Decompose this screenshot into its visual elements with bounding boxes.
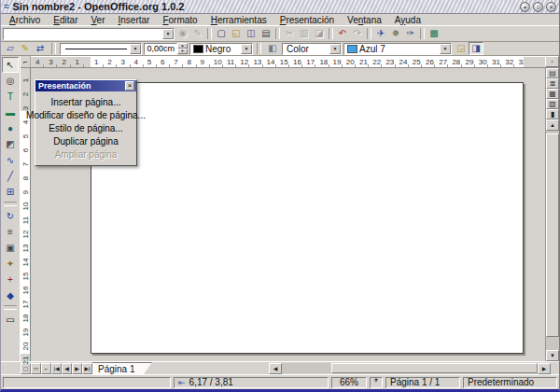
navigator-button[interactable]: ✈ [373,27,388,40]
ruler-number: 1 [22,77,30,85]
vertical-scrollbar[interactable] [546,131,559,350]
drawing-view-button[interactable]: ▤ [546,68,559,78]
ruler-number: 28 [452,59,460,66]
status-style-cell[interactable]: Predeterminado [463,377,557,388]
menu-ver[interactable]: Ver [84,14,111,26]
zoom-tool-button[interactable]: ◎ [2,73,19,89]
rectangle-tool-button[interactable]: ▬ [2,105,19,120]
url-combobox[interactable]: ▼ [3,28,175,40]
draw-functions-button[interactable]: ✑ [403,27,418,40]
page-tab[interactable]: Página 1 [92,362,152,374]
area-dialog-button[interactable]: ◧ [265,42,280,55]
page-style-item[interactable]: Estilo de página... [35,121,136,134]
hscroll-right-button[interactable]: ▶ [538,363,551,374]
maximize-button[interactable]: ○ [533,2,543,12]
arrange-tool-button[interactable]: ▣ [2,240,19,256]
line-color-dropdown-button[interactable]: ▼ [241,44,252,54]
last-page-button[interactable]: ▶| [82,363,92,374]
page-tab-bar: ▢▭⌐|◀◀▶▶| Página 1 ◀ ▶ [1,361,559,374]
ruler-origin-button[interactable]: ⌐ [21,56,31,67]
line-style-select[interactable]: ▼ [60,43,142,55]
menu-ayuda[interactable]: Ayuda [388,14,427,26]
fill-color-select[interactable]: Azul 7 ▼ [343,43,452,55]
menu-insertar[interactable]: Insertar [112,14,157,26]
master-view-button[interactable]: ▭ [31,363,41,374]
insert-tool-button[interactable]: + [2,272,19,287]
save-button[interactable]: ◫ [244,27,259,40]
url-input[interactable] [6,29,162,38]
text-tool-button[interactable]: T [2,89,19,105]
ruler-number: 10 [214,59,222,66]
slide-show-button[interactable]: ▮ [546,109,559,119]
stylist-button[interactable]: ✵ [388,27,403,40]
next-page-button[interactable]: ▶ [72,363,82,374]
line-width-value[interactable]: 0,00cm [144,43,177,55]
prev-page-button[interactable]: ◀ [62,363,72,374]
outline-view-button[interactable]: ≣ [546,78,559,89]
insert-page-item[interactable]: Insertar página... [35,95,136,108]
effects-tool-button[interactable]: ✦ [2,256,19,272]
line-style-dropdown-button[interactable]: ▼ [130,44,141,54]
line-width-field[interactable]: 0,00cm ▲ ▼ [144,43,188,55]
outline-view-icon: ≣ [550,80,556,88]
line-dialog-button[interactable]: ✎ [18,42,33,55]
modify-page-layout-item[interactable]: Modificar diseño de página... [35,108,136,121]
edit-points-button[interactable]: ▱ [3,42,18,55]
rotate-icon: ↻ [7,212,14,221]
horizontal-scrollbar-thumb[interactable] [331,363,538,373]
presentation-panel-titlebar[interactable]: Presentación × [35,80,136,91]
minimize-button[interactable]: • [520,2,530,12]
open-button[interactable]: ◱ [229,27,244,40]
notes-view-button[interactable]: ▧ [546,99,559,109]
object-bar-right-icons: ◲◨ [454,42,483,55]
slides-view-button[interactable]: ▦ [546,89,559,99]
menu-ventana[interactable]: Ventana [341,14,388,26]
close-button[interactable]: × [546,2,556,12]
3d-cube-icon: ◆ [7,291,14,301]
scroll-down-button[interactable]: ▼ [546,350,559,361]
menu-archivo[interactable]: Archivo [3,14,47,26]
hscroll-left-button[interactable]: ◀ [269,363,282,374]
scroll-up-button[interactable]: ▲ [546,119,559,131]
menu-herramientas[interactable]: Herramientas [204,14,273,26]
gallery-button[interactable]: ▩ [427,27,441,40]
presentation-panel-toggle-button[interactable]: ◨ [469,42,483,55]
spin-down-button[interactable]: ▼ [177,49,188,54]
print-button[interactable]: ▤ [259,27,273,40]
redo-icon: ↷ [354,29,361,38]
arrow-right-icon: ▶ [542,366,547,371]
fill-type-dropdown-button[interactable]: ▼ [329,44,341,54]
lines-arrows-tool-button[interactable]: ╱ [2,168,19,184]
layer-view-button[interactable]: ⌐ [41,363,51,374]
alignment-tool-button[interactable]: ≡ [2,224,19,240]
duplicate-page-item[interactable]: Duplicar página [35,134,136,147]
rotate-tool-button[interactable]: ↻ [2,208,19,224]
panel-close-button[interactable]: × [125,81,134,91]
line-color-select[interactable]: Negro ▼ [189,43,253,55]
menu-presentacion[interactable]: Presentación [273,14,341,26]
menu-editar[interactable]: Editar [47,14,84,26]
status-zoom-cell[interactable]: 66% [331,377,367,388]
ellipse-tool-button[interactable]: ● [2,120,19,136]
shadow-button[interactable]: ◲ [454,42,469,55]
url-dropdown-button[interactable]: ▼ [162,29,174,39]
vertical-scrollbar-thumb[interactable] [546,133,559,337]
connector-tool-button[interactable]: ⊞ [2,184,19,200]
menu-formato[interactable]: Formato [156,14,203,26]
new-document-button[interactable]: ▢ [214,27,229,40]
3d-objects-tool-button[interactable]: ◩ [2,136,19,152]
arrow-style-button[interactable]: ⇄ [33,42,48,55]
horizontal-ruler[interactable]: ⌐ 4321 123456789101112131415161718192021… [21,56,559,68]
curve-tool-button[interactable]: ∿ [2,152,19,168]
ruler-corner-button[interactable]: ▫ [545,56,559,67]
select-tool-button[interactable]: ↖ [2,57,19,73]
slide-page[interactable] [91,82,524,354]
presentation-tool-button[interactable]: ▭ [2,312,19,328]
horizontal-scrollbar[interactable] [282,363,538,373]
undo-button[interactable]: ↶ [335,27,350,40]
first-page-button[interactable]: |◀ [51,363,62,374]
fill-color-dropdown-button[interactable]: ▼ [440,44,451,54]
fill-type-select[interactable]: Color ▼ [282,43,342,55]
title-bar[interactable]: ≈ Sin nombre2 - OpenOffice.org 1.0.2 • ○… [1,0,559,14]
3d-controller-tool-button[interactable]: ◆ [2,287,19,303]
